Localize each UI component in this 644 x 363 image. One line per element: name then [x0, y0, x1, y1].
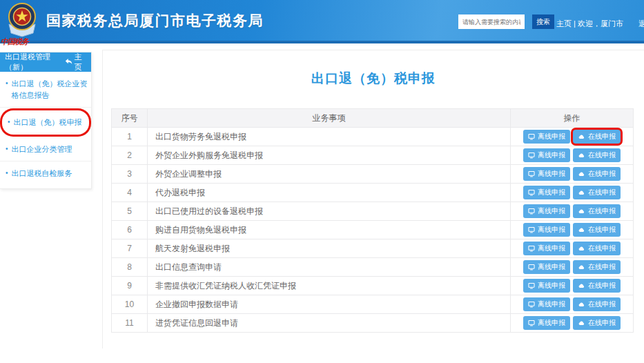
offline-declare-button-label: 离线申报 [538, 318, 565, 328]
online-declare-button[interactable]: 在线申报 [573, 279, 621, 293]
offline-declare-button[interactable]: 离线申报 [523, 279, 570, 293]
search-button[interactable]: 搜索 [532, 14, 554, 29]
offline-declare-button-label: 离线申报 [538, 169, 565, 179]
cloud-icon [578, 170, 585, 177]
row-business-item: 航天发射免退税申报 [148, 239, 511, 258]
row-operations: 离线申报在线申报 [511, 146, 634, 165]
offline-declare-button[interactable]: 离线申报 [523, 242, 570, 255]
online-declare-button[interactable]: 在线申报 [573, 186, 621, 199]
offline-declare-button[interactable]: 离线申报 [523, 186, 570, 199]
sidebar-item-label: 出口退（免）税申报 [14, 117, 82, 128]
sidebar: 出口退税管理（新） 主页 •出口退（免）税企业资格信息报告•出口退（免）税申报•… [0, 52, 92, 189]
online-declare-button[interactable]: 在线申报 [573, 242, 621, 255]
online-declare-button[interactable]: 在线申报 [573, 297, 621, 311]
monitor-icon [528, 208, 535, 215]
cloud-icon [578, 282, 585, 289]
sidebar-home-label: 主页 [75, 52, 86, 72]
offline-declare-button-label: 离线申报 [538, 132, 565, 141]
online-declare-button-label: 在线申报 [588, 262, 616, 272]
offline-declare-button[interactable]: 离线申报 [523, 148, 570, 162]
table-row: 2外贸企业外购服务免退税申报离线申报在线申报 [112, 146, 634, 165]
row-number: 7 [112, 239, 148, 258]
offline-declare-button[interactable]: 离线申报 [523, 223, 570, 237]
row-number: 8 [112, 258, 148, 277]
row-number: 4 [112, 184, 148, 202]
row-operations: 离线申报在线申报 [511, 202, 634, 221]
online-declare-button[interactable]: 在线申报 [573, 316, 621, 330]
row-operations: 离线申报在线申报 [511, 221, 634, 239]
table-body: 1出口货物劳务免退税申报离线申报在线申报2外贸企业外购服务免退税申报离线申报在线… [112, 128, 634, 333]
row-business-item: 外贸企业外购服务免退税申报 [148, 146, 511, 165]
table-header: 序号 业务事项 操作 [112, 109, 634, 128]
online-declare-button-label: 在线申报 [588, 300, 616, 309]
row-business-item: 外贸企业调整申报 [148, 165, 511, 184]
offline-declare-button[interactable]: 离线申报 [523, 130, 570, 144]
sidebar-item[interactable]: •出口退（免）税申报 [2, 110, 89, 135]
offline-declare-button[interactable]: 离线申报 [523, 204, 570, 218]
offline-declare-button[interactable]: 离线申报 [523, 167, 570, 181]
sidebar-item[interactable]: •出口退（免）税企业资格信息报告 [0, 72, 91, 108]
monitor-icon [528, 264, 535, 271]
cloud-icon [578, 264, 585, 271]
sidebar-item-label: 出口企业分类管理 [12, 144, 72, 155]
row-business-item: 出口信息查询申请 [148, 258, 511, 277]
sidebar-header-title: 出口退税管理（新） [5, 52, 65, 72]
offline-declare-button-label: 离线申报 [538, 262, 565, 272]
back-arrow-icon [65, 58, 72, 66]
online-declare-button-label: 在线申报 [588, 150, 616, 160]
online-declare-button[interactable]: 在线申报 [573, 148, 621, 162]
online-declare-button-label: 在线申报 [588, 188, 616, 197]
sidebar-items: •出口退（免）税企业资格信息报告•出口退（免）税申报•出口企业分类管理•出口退税… [0, 72, 91, 186]
sidebar-item[interactable]: •出口企业分类管理 [0, 137, 91, 162]
row-number: 1 [112, 128, 148, 146]
online-declare-button[interactable]: 在线申报 [573, 130, 621, 144]
column-header-no: 序号 [112, 109, 148, 128]
sidebar-item[interactable]: •出口退税自检服务 [0, 161, 91, 186]
row-business-item: 代办退税申报 [148, 184, 511, 202]
table-row: 6购进自用货物免退税申报离线申报在线申报 [112, 221, 634, 239]
online-declare-button[interactable]: 在线申报 [573, 223, 621, 237]
online-declare-button[interactable]: 在线申报 [573, 260, 621, 274]
business-table: 序号 业务事项 操作 1出口货物劳务免退税申报离线申报在线申报2外贸企业外购服务… [111, 108, 634, 333]
cloud-icon [578, 152, 585, 159]
bullet-icon: • [6, 144, 8, 155]
online-declare-button-label: 在线申报 [588, 225, 616, 235]
main-content: 出口退（免）税申报 序号 业务事项 操作 1出口货物劳务免退税申报离线申报在线申… [102, 50, 644, 349]
offline-declare-button-label: 离线申报 [538, 244, 565, 253]
header-user-links[interactable]: 主页 | 欢迎，厦门市 [556, 19, 623, 29]
monitor-icon [528, 320, 535, 326]
row-operations: 离线申报在线申报 [511, 184, 634, 202]
monitor-icon [528, 170, 535, 177]
monitor-icon [528, 189, 535, 196]
search-input[interactable] [458, 14, 525, 29]
online-declare-button-label: 在线申报 [588, 281, 616, 291]
offline-declare-button[interactable]: 离线申报 [523, 316, 570, 330]
row-business-item: 购进自用货物免退税申报 [148, 221, 511, 239]
offline-declare-button-label: 离线申报 [538, 150, 565, 160]
offline-declare-button-label: 离线申报 [538, 281, 565, 291]
column-header-operation: 操作 [511, 109, 634, 128]
offline-declare-button[interactable]: 离线申报 [523, 297, 570, 311]
cloud-icon [578, 208, 585, 215]
monitor-icon [528, 282, 535, 289]
online-declare-button[interactable]: 在线申报 [573, 204, 621, 218]
table-row: 3外贸企业调整申报离线申报在线申报 [112, 165, 634, 184]
sidebar-home-link[interactable]: 主页 [65, 52, 86, 72]
row-operations: 离线申报在线申报 [511, 165, 634, 184]
top-header: 中国税务 国家税务总局厦门市电子税务局 搜索 主页 | 欢迎，厦门市 退 [0, 0, 644, 43]
bullet-icon: • [6, 78, 8, 89]
row-business-item: 非需提供收汇凭证纳税人收汇凭证申报 [148, 277, 511, 295]
row-operations: 离线申报在线申报 [511, 128, 634, 146]
column-header-item: 业务事项 [148, 109, 511, 128]
row-number: 6 [112, 221, 148, 239]
online-declare-button-label: 在线申报 [588, 206, 616, 216]
monitor-icon [528, 245, 535, 252]
online-declare-button[interactable]: 在线申报 [573, 167, 621, 181]
row-number: 2 [112, 146, 148, 165]
page: { "header": { "title": "国家税务总局厦门市电子税务局",… [0, 0, 644, 363]
header-link-truncated[interactable]: 退 [638, 19, 644, 29]
site-title: 国家税务总局厦门市电子税务局 [46, 11, 264, 30]
page-title: 出口退（免）税申报 [103, 70, 644, 88]
sidebar-item-label: 出口退税自检服务 [12, 168, 72, 179]
offline-declare-button[interactable]: 离线申报 [523, 260, 570, 274]
